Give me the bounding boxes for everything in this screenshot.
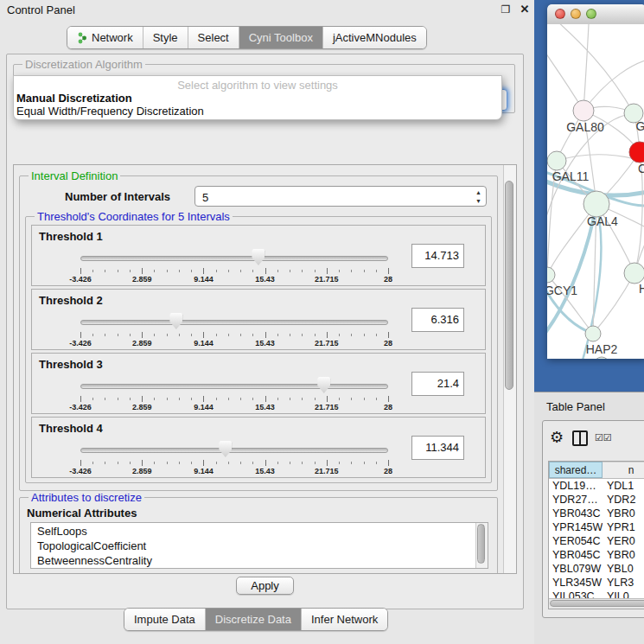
table-row[interactable]: YDR27…YDR2 (549, 493, 644, 507)
close-panel-icon[interactable]: ✕ (517, 2, 532, 17)
network-graph: GAL80GCGAL11GAL4GCY1HHAP2 (547, 24, 644, 359)
interval-definition-group: Interval Definition Number of Intervals … (19, 169, 498, 491)
cell-shared-name[interactable]: YBR043C (549, 507, 603, 520)
attribute-list-item[interactable]: SelfLoops (37, 524, 488, 539)
float-window-icon[interactable]: ❐ (498, 2, 513, 17)
column-layout-icon[interactable] (572, 430, 588, 446)
number-of-intervals-combobox[interactable]: 5 ▲▼ (194, 186, 487, 207)
threshold-value-field[interactable]: 14.713 (411, 244, 464, 268)
cell-shared-name[interactable]: YLR345W (549, 576, 603, 590)
bottom-tab-discretize-data[interactable]: Discretize Data (205, 609, 301, 630)
network-node-hap2[interactable] (585, 326, 601, 341)
cell-shared-name[interactable]: YDR27… (549, 493, 603, 507)
network-node-h-node[interactable] (624, 263, 644, 284)
settings-vertical-scrollbar[interactable] (503, 165, 516, 573)
network-view-window[interactable]: GAL80GCGAL11GAL4GCY1HHAP2 (547, 4, 644, 359)
cell-name[interactable]: YDL1 (603, 479, 644, 493)
threshold-slider[interactable]: -3.4262.8599.14415.4321.71528 (80, 248, 388, 283)
table-row[interactable]: YPR145WYPR1 (549, 520, 644, 534)
cell-name[interactable]: YBR0 (603, 548, 644, 562)
close-traffic-light-icon[interactable] (555, 9, 565, 19)
network-node-bottom-node[interactable] (594, 357, 609, 359)
slider-thumb[interactable] (219, 441, 232, 457)
threshold-slider[interactable]: -3.4262.8599.14415.4321.71528 (80, 376, 388, 411)
select-columns-icon[interactable]: ☑☑ (595, 432, 612, 443)
network-window-titlebar[interactable] (547, 4, 644, 25)
table-horizontal-scrollbar[interactable] (549, 598, 644, 609)
node-label-gcy1: GCY1 (547, 284, 577, 297)
algorithm-option-manual[interactable]: Manual Discretization (16, 92, 132, 105)
cell-shared-name[interactable]: YDL19… (549, 479, 603, 493)
cell-shared-name[interactable]: YPR145W (549, 520, 603, 534)
scrollbar-thumb[interactable] (505, 181, 513, 390)
column-header-shared-name[interactable]: shared… (549, 462, 603, 478)
cell-name[interactable]: YDR2 (603, 493, 644, 507)
threshold-value-field[interactable]: 6.316 (411, 308, 464, 332)
threshold-slider[interactable]: -3.4262.8599.14415.4321.71528 (80, 440, 388, 475)
cell-name[interactable]: YBR0 (603, 507, 644, 520)
slider-thumb[interactable] (169, 313, 182, 329)
slider-tick-labels: -3.4262.8599.14415.4321.71528 (80, 339, 388, 348)
cell-name[interactable]: YER0 (603, 534, 644, 548)
zoom-traffic-light-icon[interactable] (586, 9, 596, 19)
minimize-traffic-light-icon[interactable] (571, 9, 581, 19)
threshold-slider[interactable]: -3.4262.8599.14415.4321.71528 (80, 312, 388, 347)
table-row[interactable]: YER054CYER0 (549, 534, 644, 548)
table-row[interactable]: YBL079WYBL0 (549, 562, 644, 576)
scrollbar-thumb[interactable] (550, 600, 644, 607)
tab-jactivemnodules[interactable]: jActiveMNodules (322, 27, 426, 48)
cell-name[interactable]: YBL0 (603, 562, 644, 576)
slider-track[interactable] (80, 448, 388, 453)
algorithm-placeholder-option[interactable]: Select algorithm to view settings (14, 79, 501, 92)
slider-thumb[interactable] (317, 377, 330, 393)
threshold-panel-1: Threshold 1-3.4262.8599.14415.4321.71528… (31, 225, 486, 286)
number-of-intervals-row: Number of Intervals 5 ▲▼ (25, 184, 492, 210)
node-label-h-node: H (639, 282, 644, 296)
attributes-list-scrollbar[interactable] (475, 523, 488, 568)
network-icon (77, 32, 87, 44)
scrollbar-thumb[interactable] (477, 524, 485, 564)
network-node-gal4[interactable] (583, 191, 609, 217)
table-row[interactable]: YBR045CYBR0 (549, 548, 644, 562)
tab-network[interactable]: Network (67, 27, 143, 48)
cell-name[interactable]: YPR1 (603, 520, 644, 534)
attribute-list-item[interactable]: BetweennessCentrality (37, 553, 488, 568)
column-header-name[interactable]: n (603, 462, 644, 478)
node-label-gal4: GAL4 (587, 214, 618, 228)
table-row[interactable]: YDL19…YDL1 (549, 479, 644, 493)
algorithm-option-equal-width[interactable]: Equal Width/Frequency Discretization (16, 105, 204, 118)
network-node-gcy1[interactable] (547, 267, 555, 283)
cell-shared-name[interactable]: YBR045C (549, 548, 603, 562)
cell-shared-name[interactable]: YBL079W (549, 562, 603, 576)
table-row[interactable]: YLR345WYLR3 (549, 576, 644, 590)
cell-shared-name[interactable]: YER054C (549, 534, 603, 548)
bottom-tab-infer-network[interactable]: Infer Network (301, 609, 387, 630)
threshold-value-field[interactable]: 21.4 (411, 372, 464, 396)
network-node-gal11[interactable] (547, 151, 566, 170)
table-rows: YDL19…YDL1YDR27…YDR2YBR043CYBR0YPR145WYP… (549, 479, 644, 602)
tab-cyni-toolbox[interactable]: Cyni Toolbox (239, 27, 322, 48)
slider-track[interactable] (80, 384, 388, 389)
tab-select[interactable]: Select (188, 27, 239, 48)
tab-style[interactable]: Style (143, 27, 188, 48)
network-canvas[interactable]: GAL80GCGAL11GAL4GCY1HHAP2 (547, 24, 644, 359)
gear-icon[interactable]: ⚙ (550, 428, 564, 447)
table-row[interactable]: YBR043CYBR0 (549, 507, 644, 520)
network-node-gal80[interactable] (573, 100, 594, 121)
cell-name[interactable]: YLR3 (603, 576, 644, 590)
slider-thumb[interactable] (252, 249, 265, 265)
apply-button[interactable]: Apply (236, 577, 294, 595)
attribute-list-item[interactable]: TopologicalCoefficient (37, 539, 488, 553)
network-node-red-node[interactable] (629, 142, 644, 163)
slider-ticks (80, 332, 388, 338)
bottom-tab-label: Infer Network (311, 609, 378, 630)
slider-track[interactable] (80, 256, 388, 261)
node-label-gal11: GAL11 (552, 169, 590, 183)
threshold-panel-4: Threshold 4-3.4262.8599.14415.4321.71528… (31, 417, 486, 478)
threshold-value-field[interactable]: 11.344 (411, 436, 464, 460)
node-label-node-top-right: G (636, 119, 644, 133)
slider-track[interactable] (80, 320, 388, 325)
threshold-panel-3: Threshold 3-3.4262.8599.14415.4321.71528… (31, 353, 486, 414)
bottom-tab-impute-data[interactable]: Impute Data (124, 609, 205, 630)
numerical-attributes-list: SelfLoopsTopologicalCoefficientBetweenne… (30, 522, 488, 569)
